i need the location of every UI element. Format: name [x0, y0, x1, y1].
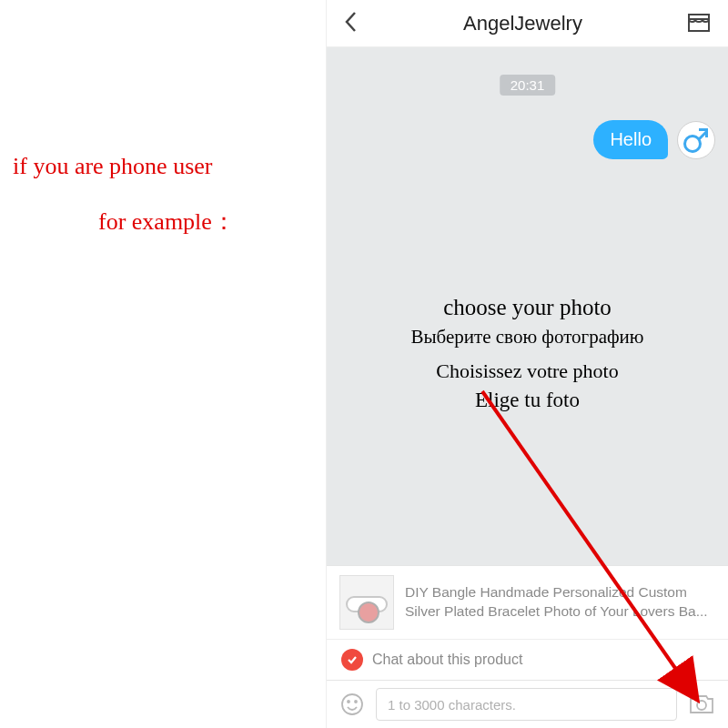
male-symbol-icon: [683, 127, 709, 153]
timestamp-pill: 20:31: [500, 75, 556, 96]
overlay-fr: Choisissez votre photo: [327, 359, 728, 383]
back-chevron-icon[interactable]: [343, 10, 359, 37]
chat-about-row[interactable]: Chat about this product: [327, 639, 728, 680]
message-input[interactable]: [376, 688, 677, 721]
message-row: Hello: [593, 120, 715, 159]
check-circle-icon[interactable]: [341, 649, 363, 671]
annotation-line-2: for example：: [98, 206, 236, 238]
camera-icon[interactable]: [686, 689, 717, 720]
svg-rect-0: [689, 19, 709, 31]
product-thumbnail: [339, 575, 394, 630]
chat-about-label: Chat about this product: [372, 652, 522, 668]
chat-header: AngelJewelry: [327, 0, 728, 47]
shop-icon[interactable]: [686, 10, 712, 37]
svg-point-1: [342, 694, 362, 714]
product-preview-row[interactable]: DIY Bangle Handmade Personalized Custom …: [327, 565, 728, 639]
overlay-en: choose your photo: [327, 295, 728, 320]
svg-point-3: [355, 701, 357, 703]
product-title-line2: Silver Plated Bracelet Photo of Your Lov…: [405, 603, 708, 619]
annotation-line-1: if you are phone user: [13, 153, 212, 180]
overlay-instructions: choose your photo Выберите свою фотограф…: [327, 295, 728, 412]
message-input-bar: [327, 680, 728, 728]
avatar[interactable]: [677, 121, 715, 159]
product-title-line1: DIY Bangle Handmade Personalized Custom: [405, 584, 687, 600]
svg-point-2: [348, 701, 349, 703]
product-title: DIY Bangle Handmade Personalized Custom …: [405, 583, 715, 622]
phone-frame: AngelJewelry 20:31 Hello choose your pho…: [326, 0, 728, 728]
smiley-icon[interactable]: [338, 690, 367, 719]
chat-title: AngelJewelry: [463, 12, 582, 35]
svg-point-4: [697, 701, 706, 710]
overlay-ru: Выберите свою фотографию: [327, 326, 728, 349]
message-bubble[interactable]: Hello: [593, 120, 668, 159]
chat-messages-area[interactable]: 20:31 Hello choose your photo Выберите с…: [327, 47, 728, 565]
overlay-es: Elige tu foto: [327, 389, 728, 412]
